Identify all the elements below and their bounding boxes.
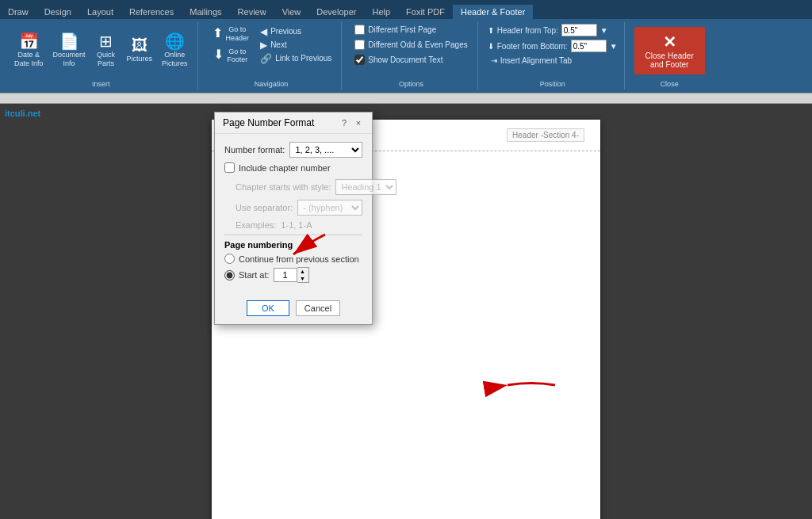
start-at-radio-row: Start at: ▲ ▼: [224, 267, 362, 283]
chapter-style-label: Chapter starts with style:: [236, 182, 331, 192]
spinner-buttons: ▲ ▼: [297, 267, 309, 283]
page-number-format-dialog: Page Number Format ? × Number format: 1,…: [214, 112, 373, 325]
tab-view[interactable]: View: [274, 5, 309, 19]
dialog-footer: OK Cancel: [215, 294, 372, 324]
different-first-page-checkbox[interactable]: [354, 25, 365, 35]
nav-small-group: ◀ Previous ▶ Next 🔗 Link to Previous: [257, 25, 335, 76]
show-document-text-checkbox[interactable]: [354, 55, 365, 65]
ok-button[interactable]: OK: [247, 300, 289, 316]
online-pictures-icon: 🌐: [165, 33, 185, 49]
tab-draw[interactable]: Draw: [0, 5, 36, 19]
ribbon: Draw Design Layout References Mailings R…: [0, 0, 812, 93]
examples-value: 1-1, 1-A: [281, 220, 312, 230]
online-pictures-button[interactable]: 🌐 OnlinePictures: [159, 32, 191, 70]
close-label: Close: [628, 80, 711, 88]
ribbon-group-position: ⬆ Header from Top: ▼ ⬇ Footer from Botto…: [481, 22, 625, 90]
footer-dropdown-icon[interactable]: ▼: [610, 42, 618, 51]
tab-layout[interactable]: Layout: [79, 5, 121, 19]
go-to-header-button[interactable]: ⬆ Go toHeader: [208, 24, 255, 44]
tab-help[interactable]: Help: [364, 5, 398, 19]
use-separator-label: Use separator:: [236, 203, 293, 212]
header-from-top-input[interactable]: [561, 24, 597, 36]
watermark-text2: .net: [25, 109, 41, 118]
watermark: itculi.net: [5, 109, 40, 118]
pictures-icon: 🖼: [132, 37, 147, 53]
chapter-style-row: Chapter starts with style: Heading 1: [236, 179, 362, 195]
include-chapter-label: Include chapter number: [239, 163, 331, 173]
navigation-label: Navigation: [201, 80, 342, 88]
examples-label: Examples:: [236, 220, 276, 230]
dialog-close-button[interactable]: ×: [353, 117, 364, 128]
quick-parts-icon: ⊞: [99, 33, 113, 49]
insert-alignment-tab-button[interactable]: ⇥ Insert Alignment Tab: [488, 55, 618, 66]
number-format-label: Number format:: [224, 145, 285, 155]
document-area: itculi.net ⑥ Header -Section 4- Page Num…: [0, 104, 812, 519]
start-at-label: Start at:: [239, 270, 270, 280]
navigation-items: ⬆ Go toHeader ⬇ Go toFooter ◀ Previous ▶: [208, 24, 335, 88]
tab-review[interactable]: Review: [230, 5, 274, 19]
spinner-down-button[interactable]: ▼: [297, 275, 308, 282]
header-from-top-icon: ⬆: [488, 26, 494, 35]
pictures-button[interactable]: 🖼 Pictures: [124, 36, 156, 65]
previous-icon: ◀: [260, 26, 267, 37]
continue-label: Continue from previous section: [239, 254, 359, 264]
show-document-text-option[interactable]: Show Document Text: [351, 54, 470, 66]
include-chapter-row: Include chapter number: [224, 162, 362, 173]
number-format-row: Number format: 1, 2, 3, ....: [224, 142, 362, 158]
ribbon-group-insert: 📅 Date &Date Info 📄 DocumentInfo ⊞ Quick…: [5, 22, 198, 90]
dialog-help-button[interactable]: ?: [339, 117, 350, 128]
go-to-footer-button[interactable]: ⬇ Go toFooter: [208, 46, 255, 67]
tab-design[interactable]: Design: [36, 5, 79, 19]
link-icon: 🔗: [260, 53, 272, 64]
include-chapter-checkbox[interactable]: [224, 162, 235, 173]
options-label: Options: [345, 80, 477, 88]
tab-mailings[interactable]: Mailings: [182, 5, 229, 19]
footer-from-bottom-input[interactable]: [571, 40, 607, 52]
chapter-style-section: Chapter starts with style: Heading 1 Use…: [224, 179, 362, 230]
dialog-body: Number format: 1, 2, 3, .... Include cha…: [215, 134, 372, 294]
ribbon-group-navigation: ⬆ Go toHeader ⬇ Go toFooter ◀ Previous ▶: [201, 22, 343, 90]
footer-from-bottom-row: ⬇ Footer from Bottom: ▼: [488, 40, 618, 52]
link-to-previous-button[interactable]: 🔗 Link to Previous: [257, 52, 335, 65]
cancel-button[interactable]: Cancel: [296, 300, 340, 316]
options-items: Different First Page Different Odd & Eve…: [351, 24, 470, 88]
dialog-titlebar: Page Number Format ? ×: [215, 113, 372, 134]
next-button[interactable]: ▶ Next: [257, 39, 335, 52]
footer-from-bottom-icon: ⬇: [488, 42, 494, 51]
alignment-tab-icon: ⇥: [491, 56, 497, 65]
date-icon: 📅: [19, 33, 39, 49]
number-format-select[interactable]: 1, 2, 3, ....: [289, 142, 362, 158]
close-x-icon: ✕: [663, 32, 676, 52]
tab-references[interactable]: References: [121, 5, 182, 19]
different-odd-even-option[interactable]: Different Odd & Even Pages: [351, 39, 470, 51]
tab-developer[interactable]: Developer: [308, 5, 364, 19]
previous-button[interactable]: ◀ Previous: [257, 25, 335, 38]
continue-radio[interactable]: [224, 254, 235, 264]
next-icon: ▶: [260, 40, 267, 51]
close-items: ✕ Close Headerand Footer: [634, 24, 705, 88]
position-label: Position: [481, 80, 624, 88]
dialog-controls: ? ×: [339, 117, 364, 128]
spinner-up-button[interactable]: ▲: [297, 268, 308, 275]
go-to-header-icon: ⬆: [213, 27, 223, 40]
tab-header-footer[interactable]: Header & Footer: [453, 5, 533, 19]
close-header-footer-button[interactable]: ✕ Close Headerand Footer: [634, 27, 705, 74]
use-separator-select: - (hyphen): [297, 200, 362, 216]
ribbon-content: 📅 Date &Date Info 📄 DocumentInfo ⊞ Quick…: [0, 19, 812, 93]
header-dropdown-icon[interactable]: ▼: [600, 26, 608, 35]
insert-label: Insert: [5, 80, 197, 88]
date-info-button[interactable]: 📅 Date &Date Info: [11, 32, 47, 70]
watermark-text1: itculi: [5, 109, 25, 118]
use-separator-row: Use separator: - (hyphen): [236, 200, 362, 216]
tab-foxit[interactable]: Foxit PDF: [398, 5, 453, 19]
document-info-button[interactable]: 📄 DocumentInfo: [50, 32, 89, 70]
quick-parts-button[interactable]: ⊞ QuickParts: [92, 32, 121, 70]
chapter-style-select: Heading 1: [335, 179, 396, 195]
dialog-title: Page Number Format: [223, 117, 314, 128]
divider: [224, 235, 362, 235]
different-first-page-option[interactable]: Different First Page: [351, 24, 470, 36]
start-at-radio[interactable]: [224, 270, 235, 280]
different-odd-even-checkbox[interactable]: [354, 40, 365, 50]
start-at-input[interactable]: [274, 268, 297, 282]
ribbon-tabs: Draw Design Layout References Mailings R…: [0, 0, 812, 19]
